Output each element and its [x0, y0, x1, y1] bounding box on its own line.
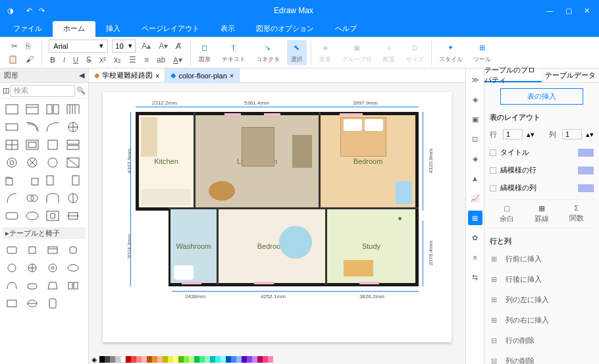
menu-file[interactable]: ファイル [3, 21, 53, 37]
shape-item[interactable] [43, 296, 62, 311]
margin-button[interactable]: ▢余白 [500, 204, 514, 224]
shape-item[interactable] [3, 101, 21, 117]
table-panel-icon[interactable]: ⊞ [468, 211, 482, 225]
color-swatch[interactable] [247, 356, 252, 363]
color-swatch[interactable] [136, 356, 142, 363]
menu-home[interactable]: ホーム [53, 21, 95, 37]
band-rows-checkbox[interactable]: 縞模様の行 [490, 164, 594, 176]
page-panel-icon[interactable]: ⊡ [468, 132, 482, 146]
menu-help[interactable]: ヘルプ [325, 21, 367, 37]
shape-item[interactable] [43, 119, 62, 135]
menu-layout[interactable]: ページレイアウト [131, 21, 210, 37]
color-swatch[interactable] [110, 356, 115, 363]
shape-item[interactable] [3, 242, 21, 258]
insert-row-before[interactable]: ⊞行前に挿入 [490, 251, 594, 267]
color-swatch[interactable] [221, 356, 226, 363]
color-swatch[interactable] [268, 356, 273, 363]
stepper-icon[interactable]: ▴▾ [527, 130, 534, 139]
close-tab-icon[interactable]: × [230, 72, 234, 80]
bullet-icon[interactable]: ☰ [127, 54, 138, 66]
superscript-icon[interactable]: x² [97, 54, 108, 66]
strike-icon[interactable]: S̶ [84, 54, 93, 66]
shape-item[interactable] [3, 278, 21, 294]
shape-item[interactable] [64, 172, 82, 188]
shape-item[interactable] [3, 190, 21, 206]
italic-icon[interactable]: I [61, 54, 67, 66]
cut-icon[interactable]: ✂ [9, 40, 20, 52]
image-panel-icon[interactable]: ▲ [468, 171, 482, 186]
connector-button[interactable]: ↘コネクタ [253, 40, 283, 65]
color-swatch[interactable] [205, 356, 210, 363]
clipart-panel-icon[interactable]: ✿ [468, 230, 482, 245]
color-swatch[interactable] [142, 356, 147, 363]
menu-insert[interactable]: 挿入 [95, 21, 131, 37]
shape-item[interactable] [64, 155, 82, 170]
search-icon[interactable]: 🔍 [76, 86, 86, 95]
delete-col[interactable]: ⊟列の削除 [490, 353, 594, 364]
tool-button[interactable]: ⊞ツール [470, 40, 494, 65]
insert-row-after[interactable]: ⊞行後に挿入 [490, 272, 594, 287]
shape-item[interactable] [64, 119, 82, 135]
title-checkbox[interactable]: タイトル [490, 146, 594, 159]
shape-item[interactable] [23, 137, 41, 153]
tab-properties[interactable]: テーブルのプロパティ [484, 68, 542, 82]
subscript-icon[interactable]: x₂ [112, 54, 123, 66]
paste-icon[interactable]: 📋 [6, 53, 20, 65]
color-swatch[interactable] [99, 356, 105, 363]
insert-col-right[interactable]: ⊞列の右に挿入 [490, 313, 594, 328]
shape-item[interactable] [23, 260, 41, 276]
shape-item[interactable] [64, 278, 82, 294]
border-button[interactable]: ▦罫線 [534, 204, 549, 224]
distribute-panel-icon[interactable]: ⇆ [468, 270, 482, 284]
shape-item[interactable] [3, 155, 21, 170]
delete-row[interactable]: ⊟行の削除 [490, 333, 594, 348]
color-swatch[interactable] [189, 356, 194, 363]
shape-item[interactable] [23, 296, 41, 311]
shape-item[interactable] [43, 242, 62, 258]
color-swatch[interactable] [210, 356, 215, 363]
shape-item[interactable] [3, 119, 21, 135]
align-panel-icon[interactable]: ≡ [468, 250, 482, 265]
insert-table-button[interactable]: 表の挿入 [500, 88, 583, 105]
select-button[interactable]: ⬉選択 [287, 40, 307, 65]
shape-item[interactable] [43, 208, 62, 224]
appearance-panel-icon[interactable]: ▣ [468, 112, 482, 126]
color-swatch[interactable] [242, 356, 247, 363]
color-swatch[interactable] [120, 356, 126, 363]
shape-item[interactable] [43, 155, 62, 170]
canvas[interactable]: 2312.2mm 5361.4mm 3997.9mm 4307.9mm 3024… [89, 83, 465, 355]
shape-item[interactable] [3, 172, 21, 188]
color-swatch[interactable] [163, 356, 168, 363]
copy-icon[interactable]: ⎘ [24, 40, 32, 52]
stepper-icon[interactable]: ▴▾ [586, 130, 594, 139]
color-swatch[interactable] [184, 356, 189, 363]
underline-icon[interactable]: U [71, 54, 80, 66]
color-swatch[interactable] [173, 356, 178, 363]
shape-item[interactable] [23, 278, 41, 294]
text-color-icon[interactable]: A▾ [171, 54, 184, 66]
shape-item[interactable] [23, 190, 41, 206]
shape-item[interactable] [23, 155, 41, 170]
format-painter-icon[interactable]: 🖌 [24, 53, 36, 65]
group-button[interactable]: ▣グループ化 [339, 40, 375, 65]
shape-item[interactable] [23, 172, 41, 188]
shape-item[interactable] [43, 278, 62, 294]
font-select[interactable]: Arial▾ [49, 39, 108, 53]
clear-format-icon[interactable]: A̸ [174, 40, 183, 52]
shape-item[interactable] [3, 296, 21, 311]
color-swatch[interactable] [152, 356, 157, 363]
shape-item[interactable] [64, 101, 82, 117]
minimize-icon[interactable]: — [546, 7, 554, 15]
decrease-font-icon[interactable]: A▾ [157, 40, 170, 52]
shape-item[interactable] [3, 137, 21, 153]
shape-item[interactable] [64, 190, 82, 206]
shape-item[interactable] [64, 260, 82, 276]
shape-button[interactable]: ◻図形 [195, 40, 215, 65]
bold-icon[interactable]: B [48, 54, 57, 66]
shape-item[interactable] [3, 260, 21, 276]
increase-font-icon[interactable]: A▴ [140, 40, 153, 52]
color-swatch[interactable] [105, 356, 110, 363]
color-swatch[interactable] [215, 356, 221, 363]
text-button[interactable]: Tテキスト [219, 40, 249, 65]
shape-item[interactable] [23, 101, 41, 117]
